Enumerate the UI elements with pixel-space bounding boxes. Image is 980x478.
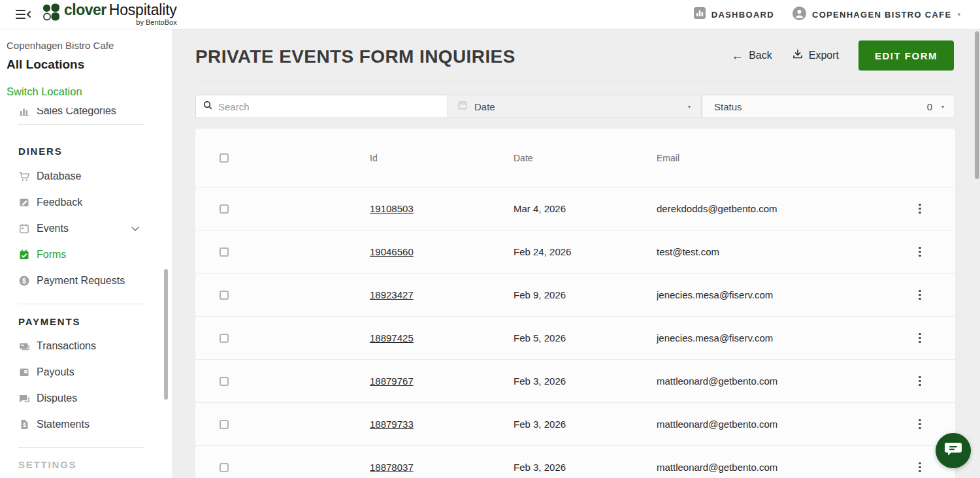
divider xyxy=(18,304,144,304)
avatar-icon xyxy=(792,7,806,23)
sidebar-item-forms[interactable]: Forms xyxy=(0,242,172,268)
sidebar-item-transactions[interactable]: Transactions xyxy=(0,333,172,359)
table-row: 19108503 Mar 4, 2026 derekdodds@getbento… xyxy=(195,187,955,231)
edit-form-button[interactable]: EDIT FORM xyxy=(858,40,954,71)
filter-bar: Date ▾ Status 0 ▾ xyxy=(195,95,955,118)
inquiry-id-link[interactable]: 18879767 xyxy=(370,360,414,402)
chevron-down-icon: ▾ xyxy=(941,104,944,110)
brand-name: clover xyxy=(64,3,106,18)
sidebar-item-label: Disputes xyxy=(37,392,77,404)
sidebar-item-label: Statements xyxy=(37,419,90,430)
sidebar-item-label: Forms xyxy=(37,249,66,261)
row-menu-button[interactable] xyxy=(915,288,925,302)
calendar-check-icon xyxy=(18,249,30,261)
download-icon xyxy=(792,48,804,63)
row-menu-button[interactable] xyxy=(915,331,925,345)
table-header-row: Id Date Email xyxy=(195,129,955,187)
inquiry-id-link[interactable]: 18897425 xyxy=(370,317,414,359)
sidebar-item-feedback[interactable]: Feedback xyxy=(0,189,172,215)
row-checkbox[interactable] xyxy=(220,247,229,257)
row-menu-button[interactable] xyxy=(915,460,925,475)
brand-suffix: Hospitality xyxy=(109,3,177,18)
collapse-sidebar-icon[interactable] xyxy=(16,8,33,21)
status-filter-dropdown[interactable]: Status 0 ▾ xyxy=(702,95,955,118)
dashboard-link[interactable]: DASHBOARD xyxy=(694,7,774,22)
row-checkbox[interactable] xyxy=(220,334,229,343)
top-bar: clover Hospitality by BentoBox DASHBOARD xyxy=(0,0,980,29)
inquiry-id-link[interactable]: 18879733 xyxy=(370,403,414,445)
chat-widget-button[interactable] xyxy=(936,433,971,468)
row-checkbox[interactable] xyxy=(220,291,229,300)
sidebar-item-events[interactable]: Events xyxy=(0,215,172,242)
feedback-icon xyxy=(18,197,30,208)
back-button[interactable]: ← Back xyxy=(731,50,772,62)
account-menu[interactable]: COPENHAGEN BISTRO CAFE ▾ xyxy=(792,7,960,23)
row-menu-button[interactable] xyxy=(915,417,925,432)
row-menu-button[interactable] xyxy=(915,245,925,259)
inquiry-id-link[interactable]: 18878037 xyxy=(370,446,414,478)
location-block: Copenhagen Bistro Cafe All Locations Swi… xyxy=(0,29,172,108)
export-label: Export xyxy=(809,50,839,61)
statement-icon: $ xyxy=(18,419,30,430)
sidebar-item-payouts[interactable]: Payouts xyxy=(0,359,172,385)
cart-icon xyxy=(18,170,30,182)
back-arrow-icon: ← xyxy=(731,50,743,62)
dollar-circle-icon: $ xyxy=(18,275,30,287)
table-row: 18879767 Feb 3, 2026 mattleonard@getbent… xyxy=(195,360,955,403)
inquiry-date: Feb 3, 2026 xyxy=(514,360,566,402)
row-checkbox[interactable] xyxy=(220,377,229,386)
sidebar-item-label: Feedback xyxy=(37,197,82,208)
inquiry-date: Mar 4, 2026 xyxy=(514,187,566,230)
inquiry-date: Feb 24, 2026 xyxy=(514,231,571,273)
inquiry-id-link[interactable]: 19108503 xyxy=(370,187,414,230)
sidebar-item-statements[interactable]: $ Statements xyxy=(0,411,172,438)
column-header-date: Date xyxy=(514,129,533,187)
location-name: Copenhagen Bistro Cafe xyxy=(7,40,166,51)
wallet-icon xyxy=(18,366,30,378)
row-menu-button[interactable] xyxy=(915,374,925,389)
search-icon xyxy=(203,100,213,113)
search-input[interactable] xyxy=(218,101,441,112)
calendar-icon xyxy=(18,223,30,234)
clover-leaf-icon xyxy=(42,3,60,25)
inquiry-id-link[interactable]: 19046560 xyxy=(370,231,414,273)
sidebar-scrollbar-thumb[interactable] xyxy=(164,269,168,400)
inquiry-email: jenecies.mesa@fiserv.com xyxy=(657,317,773,359)
divider xyxy=(195,82,955,82)
sidebar: Sales Categories Copenhagen Bistro Cafe … xyxy=(0,29,173,478)
sidebar-item-database[interactable]: Database xyxy=(0,163,172,189)
table-row: 18897425 Feb 5, 2026 jenecies.mesa@fiser… xyxy=(195,317,955,360)
location-scope: All Locations xyxy=(7,57,166,72)
row-checkbox[interactable] xyxy=(220,420,229,429)
column-header-email: Email xyxy=(657,129,679,187)
sidebar-item-disputes[interactable]: Disputes xyxy=(0,385,172,411)
inquiry-email: mattleonard@getbento.com xyxy=(657,446,777,478)
account-label: COPENHAGEN BISTRO CAFE xyxy=(812,10,952,20)
export-button[interactable]: Export xyxy=(792,48,839,63)
chat-bubble-icon xyxy=(944,441,962,460)
inquiry-date: Feb 3, 2026 xyxy=(514,446,566,478)
main-content: PRIVATE EVENTS FORM INQUIRIES ← Back Exp… xyxy=(173,29,980,478)
row-menu-button[interactable] xyxy=(915,202,925,216)
sidebar-item-payment-requests[interactable]: $ Payment Requests xyxy=(0,268,172,294)
row-checkbox[interactable] xyxy=(220,204,229,214)
main-scrollbar-thumb[interactable] xyxy=(975,31,979,179)
chevron-down-icon[interactable] xyxy=(131,223,139,231)
page-title: PRIVATE EVENTS FORM INQUIRIES xyxy=(195,46,515,67)
search-box xyxy=(195,95,448,118)
inquiry-id-link[interactable]: 18923427 xyxy=(370,274,414,316)
brand-logo[interactable]: clover Hospitality by BentoBox xyxy=(42,3,177,26)
row-checkbox[interactable] xyxy=(220,463,229,472)
date-filter-dropdown[interactable]: Date ▾ xyxy=(448,95,702,118)
select-all-checkbox[interactable] xyxy=(220,153,229,163)
inquiry-date: Feb 9, 2026 xyxy=(514,274,566,316)
sidebar-item-label: Database xyxy=(37,170,82,182)
app-window: clover Hospitality by BentoBox DASHBOARD xyxy=(0,0,980,478)
status-filter-count: 0 xyxy=(927,101,932,112)
switch-location-link[interactable]: Switch Location xyxy=(7,86,166,98)
chevron-down-icon: ▾ xyxy=(688,104,691,110)
inquiry-date: Feb 5, 2026 xyxy=(514,317,566,359)
chat-bubble-icon xyxy=(18,392,30,404)
column-header-id: Id xyxy=(370,129,378,187)
table-row: 18923427 Feb 9, 2026 jenecies.mesa@fiser… xyxy=(195,274,955,317)
